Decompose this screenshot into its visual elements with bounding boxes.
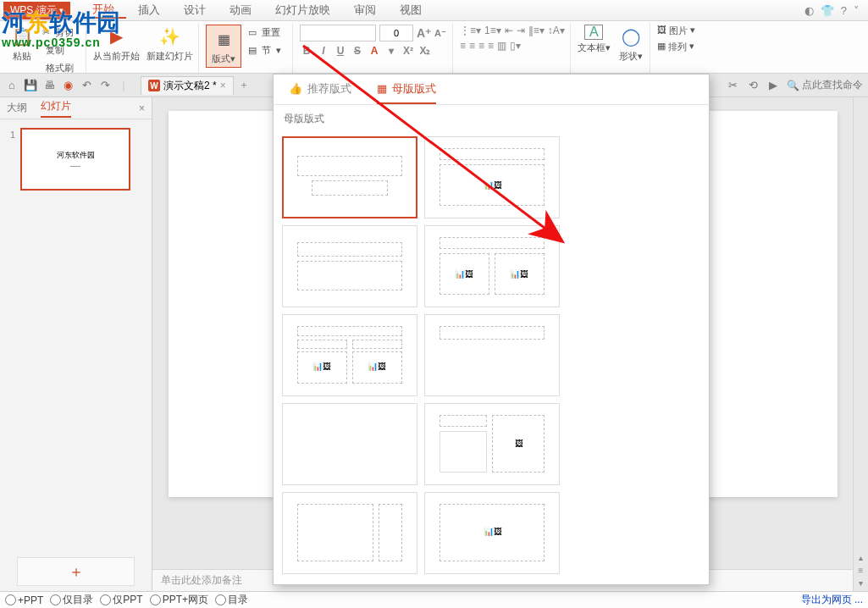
textbox-button[interactable]: A 文本框▾ — [578, 25, 611, 63]
bold-button[interactable]: B — [300, 45, 313, 57]
opt-ppt-web[interactable]: PPT+网页 — [150, 593, 208, 607]
menu-start[interactable]: 开始 — [80, 2, 126, 19]
menu-slideshow[interactable]: 幻灯片放映 — [263, 3, 342, 18]
slide-number: 1 — [5, 128, 15, 191]
line-spacing-button[interactable]: ‖≡▾ — [528, 25, 545, 36]
arrange-button[interactable]: ▦ 排列▾ — [657, 41, 695, 53]
ribbon: 📋 粘贴 ✂ 剪切 复制 格式刷 ▶ 从当前开始 ✨ 新建幻灯片 ▦ — [0, 21, 868, 74]
layout-two-content[interactable]: 📊🖼 📊🖼 — [424, 225, 560, 307]
section-heading: 母版版式 — [274, 105, 709, 133]
qa-save-icon[interactable]: 💾 — [24, 79, 37, 92]
document-tab[interactable]: W 演示文稿2 * × — [141, 76, 234, 95]
tool-icon-1[interactable]: ✂ — [726, 79, 739, 92]
menu-review[interactable]: 审阅 — [342, 3, 388, 18]
slides-tab[interactable]: 幻灯片 — [41, 99, 71, 118]
qa-sep: | — [117, 79, 130, 92]
ribbon-layout: ▦ 版式▾ ▭ 重置 ▤ 节▾ — [201, 23, 293, 73]
layout-title-content[interactable]: 📊🖼 — [424, 136, 560, 218]
reset-button[interactable]: ▭ 重置 — [245, 25, 287, 41]
outline-tab[interactable]: 大纲 — [7, 101, 27, 115]
copy-button[interactable]: 复制 — [39, 42, 80, 58]
layout-content-only[interactable]: 📊🖼 — [424, 492, 560, 574]
shapes-button[interactable]: ◯ 形状▾ — [617, 25, 644, 63]
layout-title-only[interactable] — [424, 314, 560, 396]
highlight-button[interactable]: ▾ — [384, 45, 398, 57]
scroll-marker-icon[interactable]: ≡ — [854, 566, 868, 575]
text-direction-button[interactable]: ↕A▾ — [548, 25, 565, 36]
qa-print-icon[interactable]: 🖶 — [42, 79, 56, 92]
layout-comparison[interactable]: 📊🖼 📊🖼 — [282, 314, 417, 396]
skin-icon[interactable]: ◐ — [804, 4, 814, 17]
cut-button[interactable]: ✂ 剪切 — [39, 25, 80, 41]
opt-ppt-only[interactable]: 仅PPT — [100, 593, 142, 607]
qa-preview-icon[interactable]: ◉ — [61, 79, 75, 92]
indent-inc-button[interactable]: ⇥ — [517, 25, 525, 36]
align-vert-button[interactable]: ▯▾ — [510, 40, 521, 52]
strike-button[interactable]: S — [351, 45, 364, 57]
align-justify-button[interactable]: ≡ — [488, 40, 494, 52]
master-layout-tab[interactable]: ▦ 母版版式 — [377, 75, 436, 104]
font-name-input[interactable] — [300, 25, 376, 41]
layout-section-header[interactable] — [282, 225, 417, 307]
layout-grid-icon: ▦ — [377, 82, 387, 95]
italic-button[interactable]: I — [317, 45, 330, 57]
layout-title-slide[interactable] — [282, 136, 417, 218]
help-icon[interactable]: ? — [841, 4, 847, 17]
ribbon-clipboard: 📋 粘贴 ✂ 剪切 复制 格式刷 — [3, 23, 86, 73]
layout-popup: 👍 推荐版式 ▦ 母版版式 母版版式 📊🖼 — [273, 74, 710, 585]
app-name-dropdown[interactable]: WPS 演示 — [3, 2, 70, 19]
search-command[interactable]: 🔍 点此查找命令 — [787, 78, 863, 92]
wps-doc-icon: W — [148, 80, 160, 91]
columns-button[interactable]: ▥ — [497, 40, 506, 52]
align-right-button[interactable]: ≡ — [478, 40, 484, 52]
add-slide-button[interactable]: ＋ — [17, 557, 135, 586]
ribbon-insert: A 文本框▾ ◯ 形状▾ — [572, 23, 650, 73]
menu-design[interactable]: 设计 — [172, 3, 218, 18]
tool-icon-3[interactable]: ▶ — [766, 79, 780, 92]
menu-view[interactable]: 视图 — [388, 3, 434, 18]
indent-dec-button[interactable]: ⇤ — [505, 25, 513, 36]
opt-ppt[interactable]: +PPT — [5, 594, 43, 606]
font-color-button[interactable]: A — [368, 45, 381, 57]
superscript-button[interactable]: X² — [401, 45, 415, 57]
align-left-button[interactable]: ≡ — [460, 40, 466, 52]
paste-button[interactable]: 📋 粘贴 — [8, 25, 36, 74]
font-size-input[interactable] — [379, 25, 413, 41]
qa-home-icon[interactable]: ⌂ — [5, 79, 19, 92]
opt-toc-only[interactable]: 仅目录 — [50, 593, 93, 607]
menu-insert[interactable]: 插入 — [126, 3, 172, 18]
scroll-up-icon[interactable]: ▴ — [854, 550, 868, 566]
layout-vertical-title-text[interactable] — [282, 492, 417, 574]
vertical-scrollbar[interactable]: ▴ ≡ ▾ — [853, 97, 868, 591]
close-panel-icon[interactable]: × — [139, 102, 145, 114]
subscript-button[interactable]: X₂ — [418, 45, 432, 57]
export-web-link[interactable]: 导出为网页 ... — [801, 593, 863, 607]
recommended-layout-tab[interactable]: 👍 推荐版式 — [289, 75, 351, 104]
picture-button[interactable]: 🖼 图片▾ — [657, 25, 695, 37]
shirt-icon[interactable]: 👕 — [821, 4, 834, 17]
layout-blank[interactable] — [282, 403, 417, 485]
grow-font-button[interactable]: A⁺ — [417, 26, 430, 40]
shrink-font-button[interactable]: A⁻ — [434, 28, 447, 39]
layout-picture-caption[interactable]: 🖼 — [424, 403, 560, 485]
new-slide-button[interactable]: ✨ 新建幻灯片 — [147, 25, 193, 63]
layout-button[interactable]: ▦ 版式▾ — [206, 25, 241, 68]
bullets-button[interactable]: ⋮≡▾ — [460, 25, 481, 36]
opt-toc[interactable]: 目录 — [215, 593, 248, 607]
ribbon-paragraph: ⋮≡▾ 1≡▾ ⇤ ⇥ ‖≡▾ ↕A▾ ≡ ≡ ≡ ≡ ▥ ▯▾ — [455, 23, 571, 73]
align-center-button[interactable]: ≡ — [469, 40, 475, 52]
underline-button[interactable]: U — [334, 45, 347, 57]
new-tab-button[interactable]: ＋ — [239, 78, 249, 92]
numbering-button[interactable]: 1≡▾ — [484, 25, 501, 36]
menu-animation[interactable]: 动画 — [218, 3, 263, 18]
slide-thumbnail-1[interactable]: 1 河东软件园 —— — [5, 128, 147, 191]
qa-redo-icon[interactable]: ↷ — [98, 79, 112, 92]
doc-close-icon[interactable]: × — [220, 80, 226, 91]
section-button[interactable]: ▤ 节▾ — [245, 42, 287, 58]
tool-icon-2[interactable]: ⟲ — [746, 79, 760, 92]
format-painter-button[interactable]: 格式刷 — [39, 60, 80, 74]
collapse-icon[interactable]: ˅ — [854, 4, 860, 17]
from-current-button[interactable]: ▶ 从当前开始 — [93, 25, 140, 63]
scroll-down-icon[interactable]: ▾ — [854, 575, 868, 591]
qa-undo-icon[interactable]: ↶ — [80, 79, 93, 92]
